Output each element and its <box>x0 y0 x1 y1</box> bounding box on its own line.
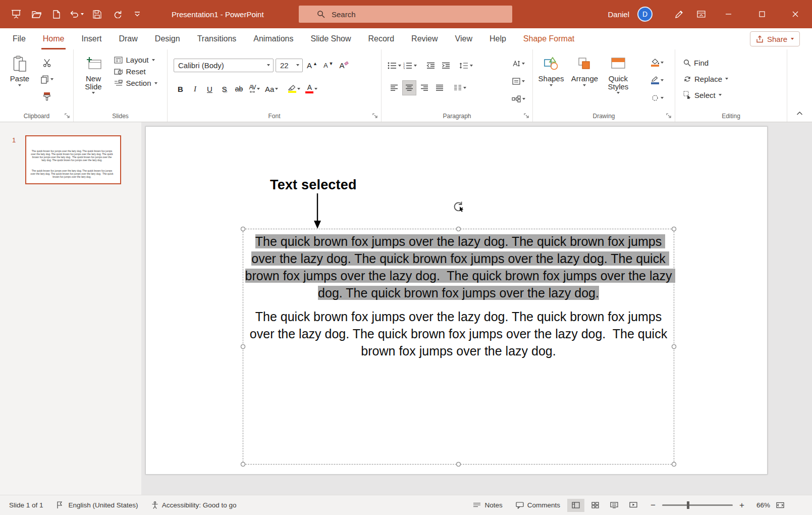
align-center-button[interactable] <box>403 81 416 95</box>
tab-design[interactable]: Design <box>146 28 189 49</box>
columns-button[interactable] <box>453 81 466 95</box>
tab-help[interactable]: Help <box>481 28 515 49</box>
undo-menu-arrow[interactable] <box>81 13 84 15</box>
save-button[interactable] <box>87 5 107 23</box>
tab-home[interactable]: Home <box>34 28 73 49</box>
ink-pen-button[interactable] <box>668 0 690 28</box>
tab-record[interactable]: Record <box>360 28 403 49</box>
customize-quick-access-button[interactable] <box>127 5 147 23</box>
proofing-button[interactable] <box>57 501 63 509</box>
slide[interactable]: Text selected The quick brown fox jumps … <box>145 126 768 475</box>
strikethrough-button[interactable]: ab <box>232 81 246 96</box>
zoom-out-button[interactable]: − <box>649 500 657 510</box>
share-button[interactable]: Share <box>750 31 800 46</box>
ribbon-display-options-button[interactable] <box>690 0 712 28</box>
bold-button[interactable]: B <box>174 81 187 96</box>
font-family-select[interactable]: Calibri (Body) <box>174 59 274 72</box>
align-left-button[interactable] <box>388 81 401 95</box>
copy-button[interactable] <box>40 72 53 86</box>
reading-view-button[interactable] <box>606 499 623 512</box>
accessibility-checker[interactable]: Accessibility: Good to go <box>151 501 237 509</box>
numbering-button[interactable]: 123 <box>403 59 417 73</box>
tab-draw[interactable]: Draw <box>110 28 146 49</box>
italic-button[interactable]: I <box>188 81 202 96</box>
slideshow-button[interactable] <box>6 5 26 23</box>
notes-button[interactable]: Notes <box>473 501 502 509</box>
redo-button[interactable] <box>107 5 127 23</box>
resize-handle-top-middle[interactable] <box>456 227 461 231</box>
tab-slide-show[interactable]: Slide Show <box>302 28 359 49</box>
text-box[interactable]: The quick brown fox jumps over the lazy … <box>243 229 674 465</box>
clear-formatting-button[interactable]: A <box>338 58 350 73</box>
align-right-button[interactable] <box>418 81 431 95</box>
drawing-dialog-launcher[interactable] <box>666 113 672 119</box>
character-spacing-button[interactable]: AV <box>247 81 262 96</box>
quick-styles-button[interactable]: Quick Styles <box>603 49 633 106</box>
tab-transitions[interactable]: Transitions <box>189 28 245 49</box>
tab-review[interactable]: Review <box>403 28 446 49</box>
undo-button[interactable] <box>67 5 87 23</box>
fit-slide-to-window-button[interactable] <box>776 502 784 508</box>
decrease-indent-button[interactable] <box>424 59 437 73</box>
resize-handle-top-right[interactable] <box>672 227 676 231</box>
resize-handle-bottom-right[interactable] <box>672 462 676 467</box>
tab-animations[interactable]: Animations <box>245 28 302 49</box>
rotate-handle[interactable] <box>452 200 466 217</box>
change-case-button[interactable]: Aa <box>263 81 280 96</box>
resize-handle-middle-right[interactable] <box>672 344 676 349</box>
font-dialog-launcher[interactable] <box>372 113 378 119</box>
find-button[interactable]: Find <box>683 56 787 70</box>
increase-font-size-button[interactable]: A▲ <box>305 58 319 73</box>
justify-button[interactable] <box>433 81 446 95</box>
paste-button[interactable]: Paste <box>5 49 34 106</box>
zoom-in-button[interactable]: + <box>738 500 746 510</box>
replace-button[interactable]: Replace <box>683 72 787 86</box>
slide-thumbnail[interactable]: The quick brown fox jumps over the lazy … <box>25 135 121 184</box>
line-spacing-button[interactable] <box>459 59 473 73</box>
shapes-button[interactable]: Shapes <box>536 49 566 106</box>
zoom-slider-thumb[interactable] <box>687 501 689 509</box>
resize-handle-bottom-middle[interactable] <box>456 462 461 467</box>
tab-shape-format[interactable]: Shape Format <box>515 28 583 49</box>
clipboard-dialog-launcher[interactable] <box>64 113 71 119</box>
font-color-button[interactable]: A <box>303 81 319 96</box>
new-slide-button[interactable]: New Slide <box>78 49 109 106</box>
zoom-slider[interactable] <box>662 504 733 506</box>
tab-view[interactable]: View <box>447 28 481 49</box>
zoom-level[interactable]: 66% <box>749 501 770 509</box>
collapse-ribbon-button[interactable] <box>796 109 803 118</box>
slide-sorter-view-button[interactable] <box>586 499 604 512</box>
open-button[interactable] <box>26 5 46 23</box>
text-shadow-button[interactable]: S <box>218 81 231 96</box>
new-file-button[interactable] <box>46 5 67 23</box>
minimize-button[interactable] <box>712 0 745 28</box>
comments-button[interactable]: Comments <box>516 501 560 509</box>
language-indicator[interactable]: English (United States) <box>69 501 138 509</box>
align-text-button[interactable] <box>512 74 525 88</box>
select-button[interactable]: Select <box>683 88 787 102</box>
format-painter-button[interactable] <box>40 89 53 103</box>
close-button[interactable] <box>779 0 812 28</box>
increase-indent-button[interactable] <box>439 59 452 73</box>
underline-button[interactable]: U <box>203 81 216 96</box>
maximize-button[interactable] <box>745 0 779 28</box>
resize-handle-middle-left[interactable] <box>241 344 245 349</box>
arrange-button[interactable]: Arrange <box>568 49 601 106</box>
normal-view-button[interactable] <box>567 499 584 512</box>
text-direction-button[interactable] <box>512 57 525 71</box>
paragraph-dialog-launcher[interactable] <box>523 113 530 119</box>
cut-button[interactable] <box>40 56 53 70</box>
shape-fill-button[interactable] <box>651 56 664 70</box>
avatar[interactable]: D <box>637 7 653 22</box>
slide-number-indicator[interactable]: Slide 1 of 1 <box>9 501 43 509</box>
decrease-font-size-button[interactable]: A▼ <box>321 58 336 73</box>
font-size-select[interactable]: 22 <box>276 59 303 72</box>
search-box[interactable]: Search <box>299 6 512 23</box>
resize-handle-bottom-left[interactable] <box>241 462 245 467</box>
tab-file[interactable]: File <box>4 28 34 49</box>
text-highlight-color-button[interactable] <box>286 81 302 96</box>
resize-handle-top-left[interactable] <box>241 227 245 231</box>
slide-show-view-button[interactable] <box>625 499 642 512</box>
shape-effects-button[interactable] <box>651 91 664 105</box>
bullets-button[interactable] <box>388 59 401 73</box>
